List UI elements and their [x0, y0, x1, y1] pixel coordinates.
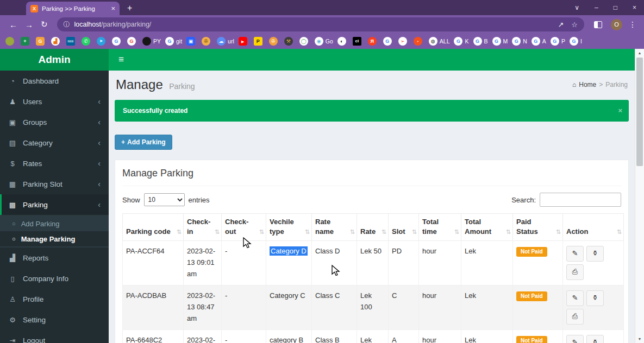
bookmark-item[interactable]: ✆ [82, 37, 92, 46]
sidebar-item[interactable]: ♙ Profile [0, 289, 109, 309]
browser-tab[interactable]: X Parking >> Parking × [26, 2, 120, 15]
sidebar-item[interactable]: ⇥ Logout [0, 330, 109, 343]
bookmark-item[interactable]: ➢ [398, 37, 409, 46]
bookmark-item[interactable]: ◉ Go [315, 37, 333, 46]
edit-button[interactable]: ✎ [566, 335, 584, 343]
bookmark-item[interactable]: G [112, 37, 123, 46]
column-header[interactable]: Rate name ⇅ [312, 214, 357, 241]
site-info-icon[interactable]: ⓘ [64, 20, 70, 29]
bookmark-item[interactable]: G I [570, 37, 582, 46]
sidebar-item[interactable]: ◔ Dashboard [0, 71, 109, 91]
column-header[interactable]: Paid Status ⇅ [513, 214, 563, 241]
column-header[interactable]: Slot ⇅ [389, 214, 419, 241]
sidebar-item[interactable]: ▤ Category ‹ [0, 132, 109, 153]
window-close-button[interactable]: × [633, 4, 636, 11]
sidebar-item[interactable]: ▣ Groups ‹ [0, 112, 109, 132]
side-panel-icon[interactable] [594, 21, 602, 28]
bookmark-item[interactable]: ▶ [239, 37, 249, 46]
bookmark-item[interactable]: ◐ [337, 37, 348, 46]
bookmark-item[interactable]: ☁ url [217, 37, 234, 46]
bookmark-item[interactable]: G B [473, 37, 488, 46]
sidebar-item[interactable]: ♟ Users ‹ [0, 91, 109, 112]
page-length-select[interactable]: 10 [144, 193, 185, 206]
hamburger-menu-icon[interactable]: ≡ [118, 54, 124, 65]
sort-icon[interactable]: ⇅ [177, 228, 182, 236]
sort-icon[interactable]: ⇅ [617, 228, 622, 236]
alert-close-icon[interactable]: × [618, 106, 622, 115]
bookmark-item[interactable]: G K [454, 37, 468, 46]
edit-button[interactable]: ✎ [566, 290, 584, 306]
browser-menu-icon[interactable]: ⋮ [629, 20, 636, 29]
bookmark-item[interactable]: G git [165, 37, 182, 46]
sort-icon[interactable]: ⇅ [454, 228, 459, 236]
sidebar-item[interactable]: ⚙ Setting [0, 309, 109, 330]
forward-button[interactable]: → [25, 20, 33, 29]
sidebar-item-manage-parking[interactable]: ○ Manage Parking [0, 231, 109, 246]
bookmark-item[interactable]: ⚒ [284, 37, 295, 46]
sort-icon[interactable]: ⇅ [412, 228, 417, 236]
sidebar-item-parking[interactable]: ▩ Parking ‹ [0, 194, 109, 215]
bookmark-item[interactable]: ▟ [51, 37, 62, 46]
delete-button[interactable]: ⚱ [586, 246, 604, 262]
column-header[interactable]: Action ⇅ [563, 214, 624, 241]
bookmark-item[interactable]: G A [532, 37, 546, 46]
window-maximize-button[interactable]: □ [614, 4, 617, 11]
sidebar-item[interactable]: $ Rates ‹ [0, 153, 109, 174]
scroll-up-arrow[interactable]: ▲ [635, 51, 644, 55]
bookmark-item[interactable]: ◯ [299, 37, 310, 46]
column-header[interactable]: Vechile type ⇅ [266, 214, 312, 241]
breadcrumb-home[interactable]: Home [579, 81, 596, 88]
new-tab-button[interactable]: + [127, 3, 132, 13]
edit-button[interactable]: ✎ [566, 246, 584, 262]
scroll-down-arrow[interactable]: ▼ [635, 337, 644, 341]
address-bar[interactable]: ⓘ localhost /parking/parking/ ↗ ☆ [57, 17, 584, 31]
chrome-menu-chevron-icon[interactable]: ∨ [574, 4, 579, 11]
sidebar-item[interactable]: ▦ Parking Slot ‹ [0, 174, 109, 194]
sidebar-item[interactable]: ▯ Company Info [0, 268, 109, 289]
bookmark-item[interactable]: Я [368, 37, 379, 46]
delete-button[interactable]: ⚱ [586, 290, 604, 306]
add-parking-button[interactable]: + Add Parking [115, 135, 172, 150]
bookmark-item[interactable]: G [383, 37, 394, 46]
bookmark-item[interactable]: G N [512, 37, 527, 46]
sidebar-item-add-parking[interactable]: ○ Add Parking [0, 216, 109, 231]
column-header[interactable]: Total Amount ⇅ [461, 214, 513, 241]
bookmark-item[interactable]: G P [551, 37, 565, 46]
bookmark-item[interactable]: IEEE [66, 37, 77, 46]
share-icon[interactable]: ↗ [558, 21, 564, 29]
bookmark-item[interactable]: + [21, 37, 32, 46]
bookmark-item[interactable]: G [127, 37, 138, 46]
profile-avatar[interactable]: O [611, 19, 622, 30]
scrollbar-thumb[interactable] [636, 58, 643, 166]
reload-button[interactable]: ↻ [41, 20, 48, 29]
back-button[interactable]: ← [9, 20, 17, 29]
sort-icon[interactable]: ⇅ [259, 228, 264, 236]
column-header[interactable]: Rate ⇅ [357, 214, 389, 241]
sort-icon[interactable]: ⇅ [506, 228, 511, 236]
bookmark-item[interactable]: ✇ [269, 37, 280, 46]
column-header[interactable]: Check-in ⇅ [184, 214, 222, 241]
bookmark-item[interactable]: PY [142, 37, 161, 46]
sort-icon[interactable]: ⇅ [382, 228, 386, 236]
print-button[interactable]: ⎙ [566, 264, 584, 280]
bookmark-item[interactable]: ● [414, 37, 424, 46]
sort-icon[interactable]: ⇅ [556, 228, 561, 236]
window-minimize-button[interactable]: – [595, 4, 598, 11]
sidebar-item[interactable]: ▟ Reports [0, 247, 109, 268]
column-header[interactable]: Total time ⇅ [419, 214, 461, 241]
page-scrollbar[interactable]: ▲ ▼ [635, 49, 644, 343]
bookmark-item[interactable]: ◍ ALL [429, 37, 450, 46]
print-button[interactable]: ⎙ [566, 309, 584, 325]
column-header[interactable]: Parking code ⇅ [123, 214, 184, 241]
delete-button[interactable]: ⚱ [586, 335, 604, 343]
bookmark-item[interactable]: G [36, 37, 47, 46]
search-input[interactable] [540, 193, 621, 207]
bookmark-item[interactable]: ▣ [186, 37, 197, 46]
bookmark-item[interactable] [5, 37, 16, 46]
bookmark-item[interactable]: cl [353, 37, 364, 46]
bookmark-item[interactable]: ➤ [97, 37, 108, 46]
sort-icon[interactable]: ⇅ [215, 228, 220, 236]
tab-close-icon[interactable]: × [111, 4, 115, 12]
bookmark-star-icon[interactable]: ☆ [571, 21, 578, 29]
sort-icon[interactable]: ⇅ [305, 228, 310, 236]
